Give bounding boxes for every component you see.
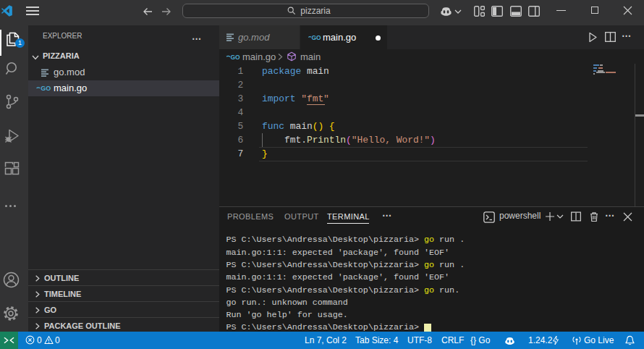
svg-text:GO: GO — [230, 54, 240, 61]
svg-text:GO: GO — [312, 34, 322, 41]
svg-text:GO: GO — [41, 85, 51, 92]
